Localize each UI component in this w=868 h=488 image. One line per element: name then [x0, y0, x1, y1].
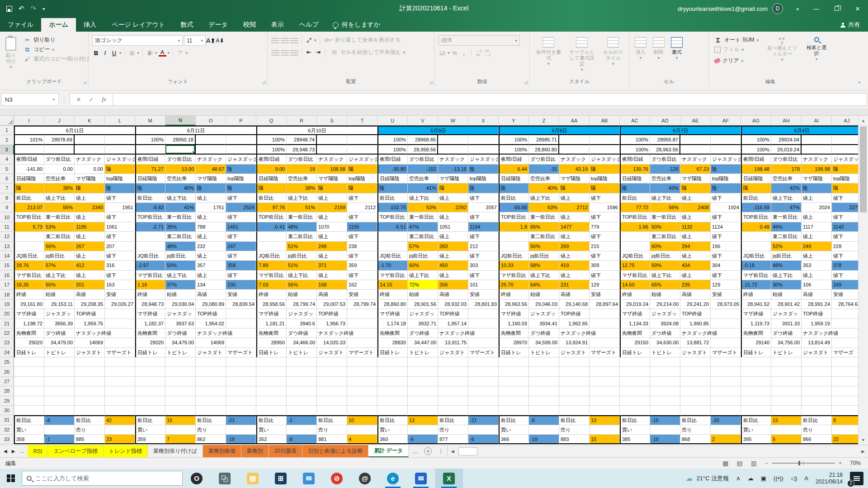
row-header-4[interactable]: 4: [0, 155, 14, 164]
cell-P28[interactable]: [226, 386, 256, 396]
cell-U9[interactable]: -102.76: [377, 203, 408, 212]
cell-AA22[interactable]: ナスダック終値: [559, 328, 620, 338]
cell-AI16[interactable]: 値上: [802, 271, 832, 280]
cell-AG29[interactable]: [741, 396, 771, 406]
cell-L29[interactable]: [105, 396, 135, 406]
cell-S28[interactable]: [317, 386, 347, 396]
cell-N23[interactable]: 34,479.00: [165, 338, 196, 347]
cell-AD11[interactable]: 50%: [650, 222, 680, 232]
cell-AH12[interactable]: 東二前日比: [771, 232, 802, 241]
cell-R2[interactable]: 28948.74: [287, 135, 317, 145]
column-header-AG[interactable]: AG: [741, 116, 771, 126]
sheet-tab-エンベロープ指標[interactable]: エンベロープ指標: [48, 445, 103, 457]
cell-T27[interactable]: [347, 377, 377, 386]
cell-AA29[interactable]: [559, 396, 590, 406]
row-header-26[interactable]: 26: [0, 367, 14, 376]
cell-AH11[interactable]: 49%: [771, 222, 802, 232]
cell-M9[interactable]: -9.83: [135, 203, 165, 212]
cell-P32[interactable]: [226, 425, 256, 435]
cell-AC15[interactable]: 12.75: [620, 261, 650, 270]
cell-AC29[interactable]: [620, 396, 650, 406]
cell-AE18[interactable]: 高値: [680, 290, 711, 299]
cell-R8[interactable]: 値上下比: [287, 193, 317, 203]
cell-AB21[interactable]: [590, 319, 620, 328]
cell-O18[interactable]: 高値: [196, 290, 226, 299]
cell-P5[interactable]: 陰: [226, 164, 256, 174]
formula-input[interactable]: [113, 93, 867, 106]
cell-AD23[interactable]: 34,630.00: [650, 338, 680, 347]
cell-AH9[interactable]: 47%: [771, 203, 802, 212]
cell-U11[interactable]: -5.51: [377, 222, 408, 232]
cell-AE22[interactable]: ナスダック終値: [680, 328, 741, 338]
cell-AF3[interactable]: [711, 145, 741, 155]
cell-AE4[interactable]: ナスダック: [680, 155, 711, 164]
tab-view[interactable]: 表示: [264, 18, 292, 32]
cell-Y25[interactable]: [499, 357, 529, 367]
cell-P16[interactable]: 値下: [226, 271, 256, 280]
cell-M26[interactable]: [135, 367, 165, 376]
cell-N9[interactable]: 41%: [165, 203, 196, 212]
cell-AB29[interactable]: [590, 396, 620, 406]
sheet-tab-業種別[interactable]: 業種別: [241, 445, 269, 457]
page-break-view-icon[interactable]: ▥: [751, 460, 757, 467]
cell-M28[interactable]: [135, 386, 165, 396]
zoom-level[interactable]: 70%: [850, 460, 861, 466]
cell-Q31[interactable]: 前日比: [256, 415, 287, 425]
sheet-nav-more-icon[interactable]: …: [19, 449, 24, 454]
row-header-8[interactable]: 8: [0, 193, 14, 203]
cell-S30[interactable]: [317, 406, 347, 415]
cell-AJ9[interactable]: 2275: [832, 203, 858, 212]
cell-Q14[interactable]: JQ前日比: [256, 251, 287, 261]
cell-L8[interactable]: 値下: [105, 193, 135, 203]
cell-N32[interactable]: [165, 425, 196, 435]
cell-K33[interactable]: 885: [75, 435, 105, 444]
cell-AI32[interactable]: 売り: [802, 425, 832, 435]
cell-AI33[interactable]: 866: [802, 435, 832, 444]
cell-Z20[interactable]: ジャスダッ: [529, 309, 559, 319]
cell-AG5[interactable]: 198.48: [741, 164, 771, 174]
ime-pad-icon[interactable]: ▣: [761, 475, 766, 482]
tab-review[interactable]: 校閲: [236, 18, 264, 32]
cell-U24[interactable]: 日経トレ: [377, 348, 408, 357]
cell-V6[interactable]: 空売比率: [408, 174, 438, 183]
cell-T12[interactable]: 値下: [347, 232, 377, 241]
cell-AE6[interactable]: マザ陽陰: [680, 174, 711, 183]
row-header-21[interactable]: 21: [0, 319, 14, 328]
cell-R7[interactable]: 38%: [287, 183, 317, 193]
cell-AH13[interactable]: 52%: [771, 242, 802, 251]
cell-K27[interactable]: [75, 377, 105, 386]
cell-S17[interactable]: 198: [317, 280, 347, 290]
cell-M21[interactable]: 1,182.37: [135, 319, 165, 328]
cell-O12[interactable]: 値上: [196, 232, 226, 241]
align-left-icon[interactable]: [271, 49, 279, 56]
cell-AF29[interactable]: [711, 396, 741, 406]
restore-button[interactable]: [826, 0, 847, 17]
cell-R12[interactable]: 東二前日比: [287, 232, 317, 241]
cell-AH18[interactable]: 始値: [771, 290, 802, 299]
cell-AD8[interactable]: 値上下比: [650, 193, 680, 203]
cell-K12[interactable]: 値上: [75, 232, 105, 241]
cell-styles-button[interactable]: セルのスタイル▾: [600, 35, 626, 75]
cell-R25[interactable]: [287, 357, 317, 367]
cell-J2[interactable]: 28978.69: [44, 135, 75, 145]
cell-AG2[interactable]: 100%: [741, 135, 771, 145]
insert-function-icon[interactable]: fx: [98, 96, 110, 103]
cell-AH25[interactable]: [771, 357, 802, 367]
cell-K32[interactable]: 売り: [75, 425, 105, 435]
tab-formulas[interactable]: 数式: [173, 18, 201, 32]
cell-L17[interactable]: 163: [105, 280, 135, 290]
cell-Q32[interactable]: 買い: [256, 425, 287, 435]
cell-AI17[interactable]: 106: [802, 280, 832, 290]
row-header-20[interactable]: 20: [0, 309, 14, 319]
cell-P21[interactable]: [226, 319, 256, 328]
cell-AC2[interactable]: 100%: [620, 135, 650, 145]
cell-N16[interactable]: 値上下比: [165, 271, 196, 280]
cell-X33[interactable]: -6: [468, 435, 499, 444]
cell-AJ18[interactable]: 安値: [832, 290, 858, 299]
decrease-decimal-icon[interactable]: .00→.0: [484, 49, 491, 57]
cell-S11[interactable]: 1070: [317, 222, 347, 232]
cell-AI31[interactable]: 前日比: [802, 415, 832, 425]
cell-Z13[interactable]: 56%: [529, 242, 559, 251]
cell-J19[interactable]: 29,153.11: [44, 300, 75, 309]
cell-AG16[interactable]: マザ前日比: [741, 271, 771, 280]
